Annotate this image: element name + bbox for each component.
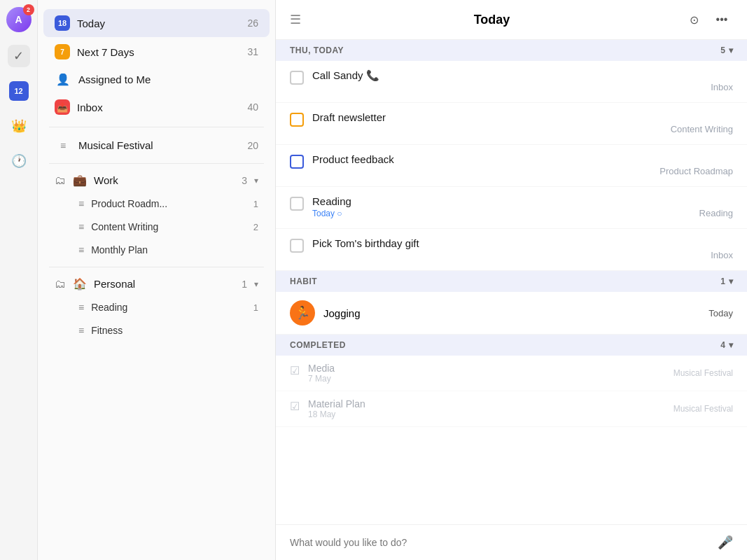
task-content-call-sandy: Call Sandy 📞 (312, 69, 702, 82)
rail-icon-check[interactable]: ✓ (8, 45, 30, 67)
content-writing-icon: ≡ (78, 221, 84, 232)
sidebar-divider-2 (49, 163, 264, 164)
task-sub-reading: Today ○ (312, 209, 691, 218)
monthly-plan-icon: ≡ (78, 244, 84, 255)
sidebar-item-inbox[interactable]: 📥 Inbox 40 (43, 93, 270, 121)
sidebar-label-work: Work (94, 174, 235, 186)
task-list: THU, TODAY 5 ▾ Call Sandy 📞 Inbox Draft … (276, 40, 747, 524)
next7days-badge: 7 (55, 44, 70, 59)
sidebar-group-work[interactable]: 🗂 💼 Work 3 ▾ (43, 169, 270, 191)
sidebar-item-content-writing[interactable]: ≡ Content Writing 2 (43, 216, 270, 238)
completed-row-material-plan: ☑ Material Plan 18 May Musical Festival (276, 391, 747, 427)
product-roadm-icon: ≡ (78, 198, 84, 209)
target-icon: ⊙ (690, 13, 699, 27)
task-content-birthday-gift: Pick Tom's birthday gift (312, 237, 702, 249)
section-habit-count[interactable]: 1 ▾ (720, 276, 733, 286)
assigned-icon: 👤 (55, 73, 71, 86)
work-icon: 💼 (73, 174, 87, 187)
folder-icon-personal: 🗂 (55, 278, 66, 290)
section-completed-count[interactable]: 4 ▾ (720, 340, 733, 350)
hamburger-icon[interactable]: ☰ (290, 12, 301, 27)
avatar[interactable]: A 2 (6, 7, 32, 32)
quick-add-bar: 🎤 (276, 524, 747, 560)
task-content-draft-newsletter: Draft newsletter (312, 111, 662, 123)
sidebar-divider-3 (49, 267, 264, 267)
sidebar-count-personal: 1 (242, 279, 247, 290)
folder-icon-work: 🗂 (55, 174, 66, 187)
completed-meta-material-plan: Musical Festival (673, 404, 733, 414)
rail-icon-crown[interactable]: 👑 (8, 115, 30, 137)
sidebar-label-product-roadm: Product Roadm... (91, 198, 246, 209)
task-meta-product-feedback: Product Roadmap (659, 166, 733, 178)
today-badge: 18 (55, 15, 70, 31)
completed-title-media: Media (308, 363, 665, 374)
task-row-product-feedback: Product feedback Product Roadmap (276, 145, 747, 187)
section-habit: HABIT 1 ▾ (276, 271, 747, 292)
main-header: ☰ Today ⊙ ••• (276, 0, 747, 40)
habit-section-expand-icon: ▾ (729, 276, 734, 286)
section-thu-today-count[interactable]: 5 ▾ (720, 46, 733, 55)
task-content-product-feedback: Product feedback (312, 153, 651, 165)
sidebar-label-reading: Reading (91, 302, 246, 313)
rail-icon-clock[interactable]: 🕐 (8, 150, 30, 172)
task-checkbox-call-sandy[interactable] (290, 71, 304, 85)
completed-meta-media: Musical Festival (673, 368, 733, 378)
left-rail: A 2 ✓ 12 👑 🕐 (0, 0, 38, 560)
completed-date-media: 7 May (308, 374, 665, 384)
task-row-birthday-gift: Pick Tom's birthday gift Inbox (276, 229, 747, 271)
musical-festival-icon: ≡ (55, 140, 71, 151)
completed-title-material-plan: Material Plan (308, 398, 665, 410)
section-thu-today: THU, TODAY 5 ▾ (276, 40, 747, 61)
task-content-reading: Reading Today ○ (312, 195, 691, 218)
sidebar-count-today: 26 (247, 18, 258, 29)
habit-date-jogging: Today (708, 308, 733, 318)
sidebar-count-musical-festival: 20 (247, 140, 258, 151)
more-icon-button[interactable]: ••• (711, 8, 733, 31)
task-checkbox-product-feedback[interactable] (290, 155, 304, 169)
section-thu-today-label: THU, TODAY (290, 46, 344, 55)
personal-home-icon: 🏠 (73, 277, 87, 290)
sidebar-item-product-roadm[interactable]: ≡ Product Roadm... 1 (43, 192, 270, 215)
task-title-draft-newsletter: Draft newsletter (312, 111, 662, 123)
fitness-icon: ≡ (78, 325, 84, 336)
section-habit-label: HABIT (290, 276, 317, 286)
quick-add-input[interactable] (290, 537, 711, 548)
target-icon-button[interactable]: ⊙ (683, 8, 705, 31)
sidebar-label-musical-festival: Musical Festival (78, 139, 240, 151)
task-title-birthday-gift: Pick Tom's birthday gift (312, 237, 702, 249)
clock-icon: 🕐 (11, 153, 27, 169)
sidebar-item-reading[interactable]: ≡ Reading 1 (43, 296, 270, 318)
more-icon: ••• (716, 13, 728, 26)
habit-title-jogging: Jogging (323, 307, 700, 319)
sidebar-item-musical-festival[interactable]: ≡ Musical Festival 20 (43, 133, 270, 158)
main-title: Today (309, 13, 674, 27)
sidebar-item-today[interactable]: 18 Today 26 (43, 9, 270, 37)
notification-badge: 2 (23, 4, 34, 15)
sidebar-item-assigned[interactable]: 👤 Assigned to Me (43, 66, 270, 92)
task-checkbox-draft-newsletter[interactable] (290, 113, 304, 127)
sidebar-item-fitness[interactable]: ≡ Fitness (43, 319, 270, 342)
sidebar-label-today: Today (77, 18, 240, 29)
sidebar-count-next7days: 31 (247, 46, 258, 57)
completed-check-material-plan: ☑ (290, 400, 300, 413)
sidebar-count-product-roadm: 1 (253, 199, 258, 209)
rail-icon-calendar[interactable]: 12 (8, 80, 30, 102)
calendar-badge: 12 (9, 81, 29, 101)
task-checkbox-birthday-gift[interactable] (290, 239, 304, 253)
sidebar-count-inbox: 40 (247, 102, 258, 113)
mic-icon[interactable]: 🎤 (718, 535, 733, 550)
task-checkbox-reading[interactable] (290, 197, 304, 211)
completed-section-expand-icon: ▾ (729, 340, 734, 350)
task-title-product-feedback: Product feedback (312, 153, 651, 165)
sidebar-item-next7days[interactable]: 7 Next 7 Days 31 (43, 38, 270, 66)
task-title-call-sandy: Call Sandy 📞 (312, 69, 702, 82)
sidebar-group-personal[interactable]: 🗂 🏠 Personal 1 ▾ (43, 273, 270, 295)
sidebar-label-monthly-plan: Monthly Plan (91, 244, 258, 255)
sidebar-count-work: 3 (242, 175, 247, 186)
crown-icon: 👑 (11, 118, 27, 134)
sidebar-item-monthly-plan[interactable]: ≡ Monthly Plan (43, 239, 270, 261)
task-meta-draft-newsletter: Content Writing (671, 124, 733, 136)
sidebar-label-content-writing: Content Writing (91, 221, 246, 232)
main-content: ☰ Today ⊙ ••• THU, TODAY 5 ▾ Call Sandy … (276, 0, 747, 560)
reading-icon: ≡ (78, 302, 84, 313)
